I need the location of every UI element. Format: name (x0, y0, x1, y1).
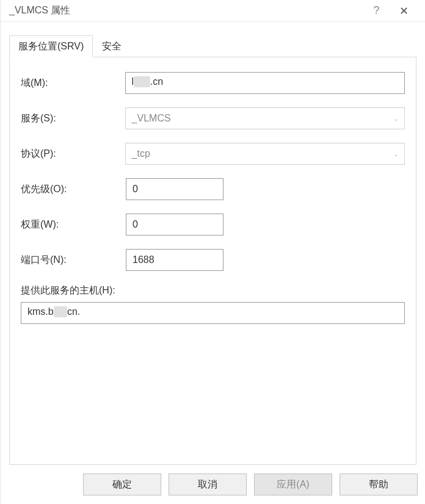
row-protocol: 协议(P): _tcp ⌄ (21, 143, 405, 165)
priority-field[interactable] (126, 178, 223, 200)
label-port: 端口号(N): (21, 254, 126, 267)
host-redacted (54, 306, 67, 317)
close-icon[interactable]: ✕ (390, 4, 418, 18)
domain-field[interactable]: l .cn (125, 72, 405, 94)
label-protocol: 协议(P): (21, 148, 125, 160)
service-combo[interactable]: _VLMCS ⌄ (125, 107, 405, 129)
help-icon[interactable]: ? (363, 4, 390, 17)
chevron-down-icon: ⌄ (393, 115, 398, 122)
properties-dialog: _VLMCS 属性 ? ✕ 服务位置(SRV) 安全 域(M): l .cn 服… (0, 0, 425, 504)
port-field[interactable] (126, 249, 223, 271)
cancel-button[interactable]: 取消 (169, 473, 247, 495)
chevron-down-icon: ⌄ (393, 151, 398, 157)
protocol-value: _tcp (132, 148, 150, 159)
row-service: 服务(S): _VLMCS ⌄ (21, 107, 405, 129)
host-value-prefix: kms.b (27, 306, 54, 317)
row-priority: 优先级(O): (21, 178, 405, 200)
label-domain: 域(M): (21, 77, 125, 90)
ok-button[interactable]: 确定 (83, 473, 161, 495)
label-host: 提供此服务的主机(H): (21, 284, 405, 297)
help-button[interactable]: 帮助 (340, 473, 418, 495)
apply-button[interactable]: 应用(A) (254, 473, 332, 495)
button-bar: 确定 取消 应用(A) 帮助 (1, 465, 425, 504)
label-priority: 优先级(O): (21, 183, 126, 196)
protocol-combo[interactable]: _tcp ⌄ (125, 143, 405, 165)
titlebar: _VLMCS 属性 ? ✕ (1, 0, 425, 22)
host-value-suffix: cn. (67, 306, 80, 317)
weight-field[interactable] (126, 214, 223, 236)
content-area: 服务位置(SRV) 安全 域(M): l .cn 服务(S): _VLMCS ⌄… (1, 22, 425, 465)
domain-redacted (134, 76, 150, 87)
tab-srv[interactable]: 服务位置(SRV) (9, 35, 93, 57)
window-title: _VLMCS 属性 (8, 4, 363, 17)
row-domain: 域(M): l .cn (21, 72, 405, 94)
host-field[interactable]: kms.b cn. (21, 302, 405, 324)
row-weight: 权重(W): (21, 214, 405, 236)
service-value: _VLMCS (132, 113, 171, 124)
tab-panel-srv: 域(M): l .cn 服务(S): _VLMCS ⌄ 协议(P): _tcp … (9, 57, 416, 465)
label-service: 服务(S): (21, 112, 125, 125)
domain-value-suffix: .cn (150, 76, 163, 87)
tab-security[interactable]: 安全 (93, 35, 131, 57)
label-weight: 权重(W): (21, 218, 126, 231)
row-port: 端口号(N): (21, 249, 405, 271)
tab-strip: 服务位置(SRV) 安全 (9, 35, 416, 57)
row-host: 提供此服务的主机(H): kms.b cn. (21, 284, 405, 324)
